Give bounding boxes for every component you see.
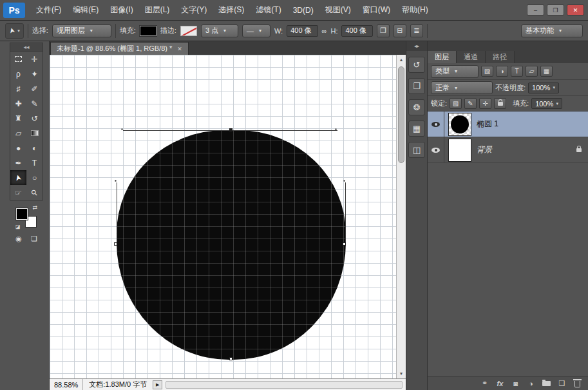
restore-button[interactable]: ❐ [547, 5, 564, 15]
select-scope-dropdown[interactable]: 现用图层 [52, 24, 111, 37]
color-panel-icon[interactable]: ❂ [408, 99, 425, 115]
layer-fill-field[interactable]: 100% [531, 98, 562, 109]
stroke-style-dropdown[interactable]: — [242, 24, 270, 37]
fill-color-swatch[interactable] [140, 26, 156, 36]
default-colors-icon[interactable]: ◪ [15, 224, 21, 229]
menu-select[interactable]: 选择(S) [213, 0, 250, 20]
blur-tool[interactable]: ● [10, 141, 26, 155]
zoom-tool[interactable]: ⚲ [26, 185, 43, 200]
blend-mode-dropdown[interactable]: 正常 [431, 81, 493, 94]
layer-row-ellipse[interactable]: 椭圆 1 [428, 112, 588, 137]
link-dimensions-icon[interactable]: ∞ [322, 27, 327, 35]
anchor-left[interactable] [114, 242, 117, 246]
filter-smart-object-icon[interactable]: ▦ [540, 66, 553, 77]
gradient-tool[interactable] [26, 126, 43, 141]
eyedropper-tool[interactable]: ✐ [26, 81, 43, 96]
vertical-scrollbar[interactable] [396, 55, 406, 378]
menu-edit[interactable]: 编辑(E) [67, 0, 104, 20]
workspace-dropdown[interactable]: 基本功能 [521, 24, 583, 37]
anchor-top[interactable] [229, 128, 232, 132]
swap-colors-icon[interactable]: ⇄ [32, 204, 37, 211]
tab-channels[interactable]: 通道 [457, 51, 486, 63]
layer-style-icon[interactable]: fx [496, 380, 504, 387]
filter-shape-icon[interactable]: ▱ [526, 66, 538, 77]
scroll-up-icon[interactable] [397, 55, 406, 64]
ellipse-shape[interactable] [117, 130, 346, 360]
delete-layer-icon[interactable] [573, 379, 582, 387]
layer-thumbnail[interactable] [448, 139, 471, 162]
lasso-tool[interactable]: ρ [10, 66, 26, 81]
move-tool[interactable]: ✛ [26, 52, 43, 66]
clone-stamp-tool[interactable]: ♜ [10, 111, 26, 126]
close-button[interactable]: ✕ [567, 5, 584, 15]
vertical-scrollbar-thumb[interactable] [398, 66, 404, 163]
quick-mask-icon[interactable]: ◉ [12, 233, 25, 244]
horizontal-scrollbar[interactable] [166, 381, 403, 389]
shape-height-field[interactable]: 400 像 [341, 25, 372, 37]
layer-filter-dropdown[interactable]: 类型 [431, 65, 479, 78]
menu-layer[interactable]: 图层(L) [139, 0, 176, 20]
path-selection-tool[interactable]: ➤ [10, 170, 26, 185]
rectangular-marquee-tool[interactable] [10, 52, 26, 66]
layer-name[interactable]: 背景 [477, 144, 492, 155]
lock-transparency-icon[interactable]: ▨ [450, 98, 462, 109]
layer-row-background[interactable]: 背景 [428, 137, 588, 163]
lock-all-icon[interactable] [494, 98, 506, 109]
menu-image[interactable]: 图像(I) [104, 0, 138, 20]
expand-panels-icon[interactable]: ◂▸ [406, 41, 427, 51]
control-point[interactable] [335, 128, 337, 130]
magic-wand-tool[interactable]: ✦ [26, 66, 43, 81]
document-tab[interactable]: 未标题-1 @ 88.6% (椭圆 1, RGB/8) * ✕ [50, 42, 189, 55]
opacity-field[interactable]: 100% [528, 83, 559, 93]
hand-tool[interactable]: ☞ [10, 185, 26, 200]
layer-thumbnail[interactable] [448, 113, 471, 136]
anchor-bottom[interactable] [229, 357, 232, 360]
new-group-icon[interactable] [542, 381, 551, 386]
menu-help[interactable]: 帮助(H) [396, 0, 434, 20]
crop-tool[interactable]: ♯ [10, 81, 26, 96]
add-mask-icon[interactable]: ◙ [511, 380, 520, 387]
current-tool-button[interactable]: ➤ ▾ [5, 23, 24, 39]
stroke-width-dropdown[interactable]: 3 点 [201, 24, 238, 37]
path-operations-icon[interactable]: ❐ [377, 24, 390, 37]
visibility-toggle[interactable] [428, 112, 444, 137]
tab-paths[interactable]: 路径 [486, 51, 515, 63]
filter-pixel-icon[interactable]: ▨ [481, 66, 493, 77]
menu-type[interactable]: 文字(Y) [175, 0, 213, 20]
layer-name[interactable]: 椭圆 1 [477, 119, 498, 130]
lock-position-icon[interactable]: ✛ [479, 98, 491, 109]
anchor-right[interactable] [343, 242, 346, 246]
pen-tool[interactable]: ✒ [10, 155, 26, 170]
adjustment-layer-icon[interactable]: ◑ [527, 380, 535, 387]
eraser-tool[interactable]: ▱ [10, 126, 26, 141]
healing-brush-tool[interactable]: ✚ [10, 96, 26, 111]
minimize-button[interactable]: – [527, 5, 544, 15]
toolbox-collapse-icon[interactable]: ◂◂ [10, 43, 43, 51]
screen-mode-icon[interactable]: ❏ [28, 233, 41, 244]
path-arrange-icon[interactable]: ≣ [410, 24, 423, 37]
visibility-toggle[interactable] [428, 137, 444, 162]
status-popup-icon[interactable] [153, 380, 162, 389]
menu-window[interactable]: 窗口(W) [357, 0, 396, 20]
control-point[interactable] [343, 180, 345, 182]
menu-3d[interactable]: 3D(D) [287, 0, 319, 20]
brush-tool[interactable]: ✎ [26, 96, 43, 111]
menu-view[interactable]: 视图(V) [319, 0, 357, 20]
type-tool[interactable]: T [26, 155, 43, 170]
path-align-icon[interactable]: ⊟ [394, 24, 406, 37]
zoom-level[interactable]: 88.58% [50, 379, 83, 390]
adjustments-panel-icon[interactable]: ◫ [408, 142, 425, 158]
lock-pixels-icon[interactable]: ✎ [464, 98, 477, 109]
history-panel-icon[interactable]: ↺ [408, 57, 425, 73]
ellipse-tool[interactable]: ○ [26, 170, 43, 185]
close-tab-icon[interactable]: ✕ [177, 46, 182, 52]
history-brush-tool[interactable]: ↺ [26, 111, 43, 126]
control-point[interactable] [121, 128, 123, 130]
new-layer-icon[interactable]: ❑ [558, 379, 566, 387]
swatches-panel-icon[interactable]: ▦ [408, 121, 425, 137]
filter-type-icon[interactable]: T [511, 66, 523, 77]
dodge-tool[interactable]: ◐ [26, 141, 43, 155]
menu-file[interactable]: 文件(F) [30, 0, 67, 20]
control-point[interactable] [115, 180, 117, 182]
properties-panel-icon[interactable]: ❐ [408, 78, 425, 94]
